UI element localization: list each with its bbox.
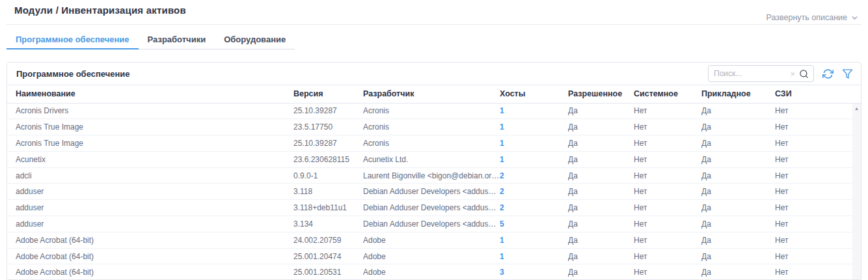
- table-row: adduser3.134Debian Adduser Developers <a…: [7, 216, 861, 232]
- cell-version: 0.9.0-1: [293, 167, 363, 184]
- hosts-link[interactable]: 2: [500, 187, 504, 196]
- cell-hosts: 1: [500, 103, 568, 119]
- cell-version: 25.001.20474: [293, 248, 363, 264]
- cell-szi: Нет: [775, 184, 861, 200]
- cell-allowed: Да: [568, 264, 634, 280]
- table-row: Acunetix23.6.230628115Acunetix Ltd.1ДаНе…: [7, 151, 861, 167]
- table-row: adduser3.118+deb11u1Debian Adduser Devel…: [7, 200, 861, 216]
- hosts-link[interactable]: 1: [500, 252, 504, 261]
- column-header-hosts[interactable]: Хосты: [500, 85, 568, 103]
- cell-name: adduser: [7, 200, 293, 216]
- cell-applied: Да: [701, 232, 775, 248]
- table-row: Acronis True Image25.10.39287Acronis1ДаН…: [7, 135, 861, 152]
- column-header-developer[interactable]: Разработчик: [363, 85, 500, 103]
- cell-name: adduser: [7, 216, 293, 232]
- hosts-link[interactable]: 1: [500, 139, 504, 148]
- cell-version: 3.134: [293, 216, 363, 232]
- cell-applied: Да: [701, 184, 775, 200]
- cell-allowed: Да: [568, 248, 634, 264]
- table-row: Adobe Acrobat (64-bit)24.002.20759Adobe1…: [7, 232, 861, 248]
- cell-szi: Нет: [775, 200, 861, 216]
- chevron-down-icon: [850, 14, 859, 22]
- cell-szi: Нет: [775, 248, 861, 264]
- tab-software[interactable]: Программное обеспечение: [7, 30, 139, 49]
- cell-developer: Adobe: [363, 248, 500, 264]
- cell-applied: Да: [701, 103, 775, 119]
- cell-hosts: 1: [500, 248, 568, 264]
- cell-hosts: 2: [500, 200, 568, 216]
- cell-applied: Да: [701, 200, 775, 216]
- cell-hosts: 3: [500, 264, 568, 280]
- tab-developers[interactable]: Разработчики: [139, 30, 215, 49]
- cell-allowed: Да: [568, 167, 634, 184]
- expand-description-label: Развернуть описание: [766, 13, 847, 22]
- cell-developer: Laurent Bigonville <bigon@debian.org>: [363, 167, 500, 184]
- cell-szi: Нет: [775, 216, 861, 232]
- clear-search-icon[interactable]: ×: [790, 70, 795, 78]
- vertical-scrollbar[interactable]: ▲: [852, 104, 861, 279]
- cell-szi: Нет: [775, 151, 861, 167]
- cell-developer: Debian Adduser Developers <adduser@pac…: [363, 216, 500, 232]
- table-row: Adobe Acrobat (64-bit)25.001.20474Adobe1…: [7, 248, 861, 264]
- hosts-link[interactable]: 5: [500, 219, 504, 229]
- column-header-applied[interactable]: Прикладное: [701, 85, 775, 103]
- cell-version: 23.5.17750: [293, 119, 363, 135]
- cell-szi: Нет: [775, 103, 861, 119]
- hosts-link[interactable]: 2: [500, 171, 504, 180]
- expand-description-link[interactable]: Развернуть описание: [766, 13, 859, 22]
- column-header-system[interactable]: Системное: [634, 85, 701, 103]
- scroll-up-icon[interactable]: ▲: [854, 105, 859, 279]
- software-table: Наименование Версия Разработчик Хосты Ра…: [7, 85, 861, 280]
- filter-button[interactable]: [842, 68, 853, 79]
- cell-hosts: 1: [500, 232, 568, 248]
- cell-hosts: 1: [500, 151, 568, 167]
- cell-system: Нет: [634, 103, 701, 119]
- cell-allowed: Да: [568, 200, 634, 216]
- hosts-link[interactable]: 1: [500, 122, 504, 132]
- cell-allowed: Да: [568, 103, 634, 119]
- cell-developer: Debian Adduser Developers <adduser@pac…: [363, 184, 500, 200]
- cell-allowed: Да: [568, 184, 634, 200]
- column-header-name[interactable]: Наименование: [7, 85, 293, 103]
- cell-szi: Нет: [775, 135, 861, 152]
- hosts-link[interactable]: 1: [500, 236, 504, 245]
- cell-name: Adobe Acrobat (64-bit): [7, 248, 293, 264]
- cell-applied: Да: [701, 216, 775, 232]
- cell-allowed: Да: [568, 216, 634, 232]
- column-header-allowed[interactable]: Разрешенное: [568, 85, 634, 103]
- cell-developer: Acunetix Ltd.: [363, 151, 500, 167]
- column-header-szi[interactable]: СЗИ: [775, 85, 861, 103]
- cell-hosts: 1: [500, 135, 568, 152]
- table-row: Acronis True Image23.5.17750Acronis1ДаНе…: [7, 119, 861, 135]
- hosts-link[interactable]: 2: [500, 203, 504, 212]
- cell-name: Adobe Acrobat (64-bit): [7, 232, 293, 248]
- page-title: Модули / Инвентаризация активов: [14, 5, 186, 16]
- cell-system: Нет: [634, 216, 701, 232]
- cell-developer: Acronis: [363, 135, 500, 152]
- cell-allowed: Да: [568, 135, 634, 152]
- cell-allowed: Да: [568, 151, 634, 167]
- table-row: adduser3.118Debian Adduser Developers <a…: [7, 184, 861, 200]
- cell-applied: Да: [701, 248, 775, 264]
- cell-version: 25.10.39287: [293, 103, 363, 119]
- column-header-version[interactable]: Версия: [293, 85, 363, 103]
- table-row: adcli0.9.0-1Laurent Bigonville <bigon@de…: [7, 167, 861, 184]
- cell-system: Нет: [634, 167, 701, 184]
- cell-version: 25.10.39287: [293, 135, 363, 152]
- cell-version: 3.118: [293, 184, 363, 200]
- cell-system: Нет: [634, 119, 701, 135]
- cell-applied: Да: [701, 264, 775, 280]
- cell-hosts: 1: [500, 119, 568, 135]
- search-input[interactable]: [714, 69, 789, 78]
- cell-applied: Да: [701, 119, 775, 135]
- tab-equipment[interactable]: Оборудование: [215, 30, 295, 49]
- search-icon[interactable]: [799, 69, 809, 79]
- refresh-button[interactable]: [822, 68, 834, 79]
- hosts-link[interactable]: 3: [500, 268, 504, 277]
- tab-bar: Программное обеспечение Разработчики Обо…: [7, 30, 295, 49]
- cell-developer: Debian Adduser Developers <adduser@pac…: [363, 200, 500, 216]
- hosts-link[interactable]: 1: [500, 155, 504, 164]
- hosts-link[interactable]: 1: [500, 106, 504, 115]
- cell-hosts: 2: [500, 184, 568, 200]
- cell-version: 3.118+deb11u1: [293, 200, 363, 216]
